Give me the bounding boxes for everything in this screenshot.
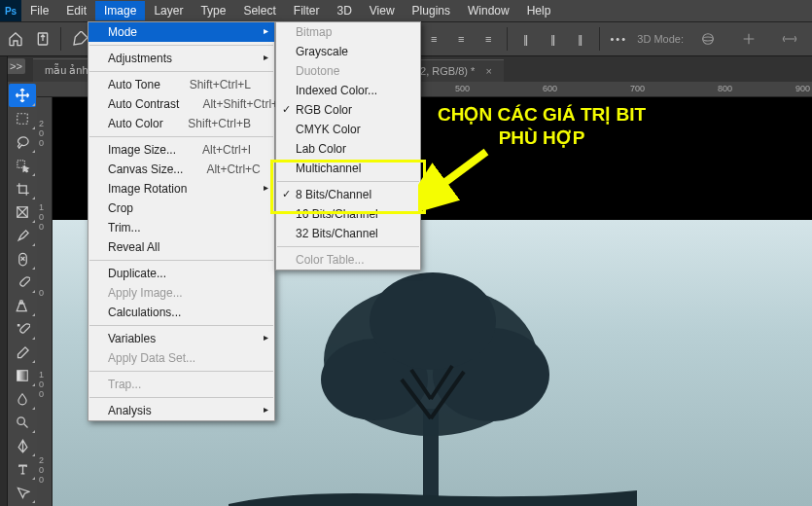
dist-bottom-icon[interactable]: ≡ xyxy=(477,28,499,50)
mode-indexed[interactable]: Indexed Color... xyxy=(276,81,420,100)
menu-image[interactable]: Image xyxy=(95,1,145,20)
mode-grayscale[interactable]: Grayscale xyxy=(276,42,420,61)
menu-window[interactable]: Window xyxy=(459,1,518,20)
menu-item-adjustments[interactable]: Adjustments xyxy=(88,49,274,68)
menu-item-calculations[interactable]: Calculations... xyxy=(88,303,274,322)
menu-item-auto-tone[interactable]: Auto ToneShift+Ctrl+L xyxy=(88,75,274,94)
separator xyxy=(89,325,273,326)
svg-line-23 xyxy=(434,152,486,191)
ruler-tick: 0 xyxy=(39,288,44,298)
panel-edge xyxy=(0,56,8,506)
dist-group: ≡ ≡ ≡ xyxy=(423,28,499,50)
tool-eyedropper[interactable] xyxy=(9,224,36,247)
menu-item-image-rotation[interactable]: Image Rotation xyxy=(88,179,274,199)
mode-duotone: Duotone xyxy=(276,61,420,81)
ruler-tick: 1 xyxy=(39,370,44,380)
tool-crop[interactable] xyxy=(9,177,36,200)
separator xyxy=(89,136,273,137)
menu-item-reveal-all[interactable]: Reveal All xyxy=(88,237,274,257)
annotation-line2: PHÙ HỢP xyxy=(499,127,585,148)
tool-brush[interactable] xyxy=(9,271,36,294)
menu-3d[interactable]: 3D xyxy=(328,1,360,20)
tool-pen[interactable] xyxy=(9,434,36,457)
menu-help[interactable]: Help xyxy=(518,1,560,20)
dist-right-icon[interactable]: ‖ xyxy=(570,28,591,50)
tool-healing[interactable] xyxy=(9,247,36,271)
menu-item-canvas-size[interactable]: Canvas Size...Alt+Ctrl+C xyxy=(88,160,274,179)
mode-color-table: Color Table... xyxy=(276,250,420,270)
mode-32bit[interactable]: 32 Bits/Channel xyxy=(276,224,420,243)
ruler-tick: 500 xyxy=(455,84,470,93)
menu-view[interactable]: View xyxy=(361,1,404,20)
menu-item-variables[interactable]: Variables xyxy=(88,329,274,348)
tool-blur[interactable] xyxy=(9,387,36,411)
tab-prefix: mẫu ảnh xyxy=(45,64,88,76)
ruler-tick: 0 xyxy=(39,465,44,475)
tool-marquee[interactable] xyxy=(9,107,36,130)
close-tab-icon[interactable]: × xyxy=(485,65,491,77)
dist-v-icon[interactable]: ≡ xyxy=(450,28,472,50)
mode-cmyk[interactable]: CMYK Color xyxy=(276,120,420,139)
tool-quick-select[interactable] xyxy=(9,154,36,177)
ruler-tick: 0 xyxy=(39,212,44,222)
ruler-tick: 0 xyxy=(39,222,44,232)
menu-item-duplicate[interactable]: Duplicate... xyxy=(88,264,274,283)
3d-orbit-icon[interactable] xyxy=(691,31,724,47)
menu-select[interactable]: Select xyxy=(234,1,284,20)
menu-item-image-size[interactable]: Image Size...Alt+Ctrl+I xyxy=(88,140,274,160)
mode-bitmap: Bitmap xyxy=(276,22,420,42)
svg-point-10 xyxy=(703,34,714,45)
tool-frame[interactable] xyxy=(9,200,36,224)
panel-collapse-icon[interactable]: >> xyxy=(6,58,25,74)
3d-slide-icon[interactable] xyxy=(773,31,806,47)
svg-rect-12 xyxy=(18,114,28,125)
tool-eraser[interactable] xyxy=(9,341,36,364)
mode-multichannel[interactable]: Multichannel xyxy=(276,159,420,178)
menu-file[interactable]: File xyxy=(21,1,57,20)
menu-item-trim[interactable]: Trim... xyxy=(88,218,274,237)
menu-item-analysis[interactable]: Analysis xyxy=(88,401,274,420)
more-options-icon[interactable]: ••• xyxy=(608,28,629,50)
mode-rgb[interactable]: RGB Color xyxy=(276,100,420,120)
mode-label: 3D Mode: xyxy=(637,33,684,45)
menu-edit[interactable]: Edit xyxy=(57,1,95,20)
mode-16bit[interactable]: 16 Bits/Channel xyxy=(276,204,420,224)
ruler-tick: 0 xyxy=(39,138,44,148)
divider xyxy=(507,27,508,51)
dist-center-icon[interactable]: ‖ xyxy=(543,28,564,50)
ruler-tick: 700 xyxy=(630,84,645,93)
tool-move[interactable] xyxy=(9,84,36,107)
tool-type[interactable] xyxy=(9,457,36,481)
menu-layer[interactable]: Layer xyxy=(145,1,192,20)
tool-clone[interactable] xyxy=(9,294,36,317)
separator xyxy=(89,71,273,72)
mode-lab[interactable]: Lab Color xyxy=(276,139,420,159)
menu-plugins[interactable]: Plugins xyxy=(404,1,459,20)
menu-item-auto-contrast[interactable]: Auto ContrastAlt+Shift+Ctrl+L xyxy=(88,94,274,114)
tool-history-brush[interactable] xyxy=(9,317,36,341)
tool-path[interactable] xyxy=(9,481,36,504)
tool-dodge[interactable] xyxy=(9,411,36,434)
tool-gradient[interactable] xyxy=(9,364,36,387)
menu-item-apply-dataset: Apply Data Set... xyxy=(88,348,274,368)
mode-8bit[interactable]: 8 Bits/Channel xyxy=(276,185,420,204)
home-icon[interactable] xyxy=(6,29,25,49)
menu-item-auto-color[interactable]: Auto ColorShift+Ctrl+B xyxy=(88,114,274,133)
menu-filter[interactable]: Filter xyxy=(285,1,329,20)
menu-type[interactable]: Type xyxy=(192,1,234,20)
dist-left-icon[interactable]: ‖ xyxy=(515,28,537,50)
menubar: Ps File Edit Image Layer Type Select Fil… xyxy=(0,0,812,21)
tool-lasso[interactable] xyxy=(9,130,36,154)
ruler-tick: 2 xyxy=(39,455,44,465)
divider xyxy=(60,27,61,51)
share-icon[interactable] xyxy=(33,29,53,49)
image-content xyxy=(229,234,637,506)
separator xyxy=(277,246,419,247)
menu-item-crop[interactable]: Crop xyxy=(88,199,274,218)
3d-pan-icon[interactable] xyxy=(732,31,765,47)
ruler-tick: 0 xyxy=(39,389,44,399)
menu-item-mode[interactable]: Mode xyxy=(88,22,274,42)
ruler-tick: 2 xyxy=(39,119,44,128)
ruler-tick: 0 xyxy=(39,128,44,138)
dist-top-icon[interactable]: ≡ xyxy=(423,28,444,50)
